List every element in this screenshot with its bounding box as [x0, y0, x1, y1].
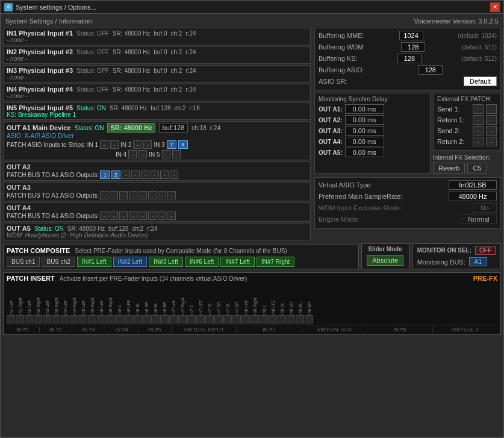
- c5-button[interactable]: C5: [467, 163, 487, 174]
- pi-ch-btn-in8bl[interactable]: [296, 315, 304, 324]
- pi-ch-btn-in8br[interactable]: [305, 315, 313, 324]
- pi-ch-btn-in1r[interactable]: [16, 315, 24, 324]
- out-a2-btn6[interactable]: -: [151, 171, 159, 179]
- pi-ch-btn-in6sl[interactable]: [133, 315, 142, 324]
- pc-in7-right[interactable]: IN#7 Right: [257, 257, 294, 267]
- pi-ch-btn-in6br[interactable]: [160, 315, 169, 324]
- out-a3-btn6[interactable]: -: [148, 191, 157, 199]
- send2-btn2[interactable]: -: [486, 126, 497, 136]
- pi-ch-btn-in6r[interactable]: [106, 315, 114, 324]
- pi-ch-btn-in6sr[interactable]: [142, 315, 151, 324]
- pc-in7-left[interactable]: IN#7 Left: [220, 257, 255, 267]
- out-a4-btn1[interactable]: -: [100, 211, 108, 220]
- out-a4-btn6[interactable]: -: [148, 211, 157, 220]
- out-a2-btn4[interactable]: -: [131, 171, 140, 179]
- pi-ch-btn-in4l[interactable]: [61, 315, 69, 324]
- in2-name: IN2 Physical Input #2: [7, 48, 73, 55]
- pi-ch-btn-in6bl[interactable]: [151, 315, 160, 324]
- pi-ch-btn-in1l[interactable]: [7, 315, 15, 324]
- in3-patch-btn2[interactable]: 8: [178, 140, 188, 149]
- in1-patch-btn1[interactable]: -: [100, 140, 108, 149]
- pi-ch-btn-in7lfe[interactable]: [196, 315, 205, 324]
- return2-btn2[interactable]: -: [486, 137, 497, 146]
- monitor-a1-button[interactable]: A1: [469, 257, 487, 266]
- monitor-off-button[interactable]: OFF: [475, 246, 496, 255]
- pc-in3-left[interactable]: IN#3 Left: [149, 257, 183, 267]
- out-a4-btn8[interactable]: -: [167, 211, 176, 220]
- pi-ch-btn-in5l[interactable]: [79, 315, 87, 324]
- out-a3-btn8[interactable]: -: [167, 191, 176, 199]
- pi-ch-btn-in3r[interactable]: [52, 315, 60, 324]
- pi-ch-btn-in7sr[interactable]: [214, 315, 223, 324]
- pi-ch-btn-in2r[interactable]: [34, 315, 42, 324]
- pc-in1-left[interactable]: IN#1 Left: [77, 257, 111, 267]
- pc-in6-left[interactable]: IN#6 Left: [185, 257, 219, 267]
- in2-patch-btn2[interactable]: -: [143, 140, 152, 149]
- out-a3-btn7[interactable]: -: [158, 191, 166, 199]
- send1-btn2[interactable]: -: [486, 104, 497, 114]
- out-a2-btn8[interactable]: -: [170, 171, 178, 179]
- mon-a4-label: OUT A4:: [319, 139, 343, 145]
- buf-mme-value: 1024: [399, 31, 423, 40]
- pi-ch-btn-in8c[interactable]: [260, 315, 268, 324]
- send1-btn1[interactable]: -: [473, 104, 484, 114]
- pi-ch-btn-in7bl[interactable]: [223, 315, 232, 324]
- in4-patch-btn1[interactable]: -: [128, 150, 137, 158]
- out-a2-btn2[interactable]: 2: [111, 171, 120, 179]
- pi-ch-btn-in8l[interactable]: [241, 315, 250, 324]
- in4-r: r:24: [185, 86, 196, 93]
- send2-btn1[interactable]: -: [473, 126, 484, 136]
- pi-ch-btn-in5r[interactable]: [88, 315, 96, 324]
- return2-row: Return 2: - -: [437, 137, 497, 146]
- in1-patch-btn2[interactable]: -: [110, 140, 119, 149]
- out-a4-btn7[interactable]: -: [158, 211, 166, 220]
- in3-patch-btn1[interactable]: 7: [167, 140, 176, 149]
- out-a2-btn5[interactable]: -: [141, 171, 149, 179]
- pi-ch-btn-in7sl[interactable]: [205, 315, 214, 324]
- return1-btn1[interactable]: -: [473, 115, 484, 125]
- pi-ch-in7sl: in7 SL: [205, 284, 214, 324]
- out-a2-btn3[interactable]: -: [122, 171, 130, 179]
- out-a4-btn2[interactable]: -: [110, 211, 118, 220]
- pi-ch-btn-in8sl[interactable]: [278, 315, 286, 324]
- return2-btn1[interactable]: -: [473, 137, 484, 146]
- return1-btn2[interactable]: -: [486, 115, 497, 125]
- close-button[interactable]: ✕: [490, 2, 500, 12]
- pi-ch-btn-in7l[interactable]: [169, 315, 178, 324]
- in3-buf: buf:0: [154, 67, 167, 74]
- out-a4-btn5[interactable]: -: [138, 211, 147, 220]
- pi-ch-btn-in2l[interactable]: [25, 315, 33, 324]
- pi-ch-btn-in6l[interactable]: [97, 315, 105, 324]
- pc-bus-ch1[interactable]: BUS ch1: [7, 257, 40, 267]
- reverb-button[interactable]: Reverb: [433, 163, 465, 174]
- in4-patch-btn2[interactable]: -: [138, 150, 147, 158]
- pi-ch-btn-in3l[interactable]: [43, 315, 51, 324]
- in5-patch-btn2[interactable]: -: [172, 150, 181, 158]
- mon-a2-label: OUT A2:: [319, 117, 343, 124]
- pi-ch-btn-in6lfe[interactable]: [124, 315, 132, 324]
- pi-ch-btn-in6c[interactable]: [115, 315, 123, 324]
- in2-patch-btn1[interactable]: -: [133, 140, 142, 149]
- out-a3-btn3[interactable]: -: [119, 191, 128, 199]
- in5-patch-btn1[interactable]: -: [162, 150, 170, 158]
- pi-ch-btn-in8sr[interactable]: [287, 315, 295, 324]
- pi-ch-btn-in7c[interactable]: [187, 315, 196, 324]
- pi-ch-btn-in7br[interactable]: [232, 315, 241, 324]
- pc-bus-ch2[interactable]: BUS ch2: [42, 257, 75, 267]
- pi-ch-btn-in4r[interactable]: [70, 315, 78, 324]
- out-a2-btn7[interactable]: -: [160, 171, 169, 179]
- out-a2-btn1[interactable]: 1: [100, 171, 110, 179]
- absolute-button[interactable]: Absolute: [367, 255, 403, 266]
- out-a3-btn5[interactable]: -: [138, 191, 147, 199]
- pi-ch-btn-in7r[interactable]: [178, 315, 187, 324]
- out-a4-btn3[interactable]: -: [119, 211, 128, 220]
- pc-in2-left[interactable]: IN#2 Left: [113, 257, 148, 267]
- in3-name: IN3 Physical Input #3: [7, 67, 73, 74]
- out-a3-btn2[interactable]: -: [110, 191, 118, 199]
- pi-ch-btn-in8lfe[interactable]: [269, 315, 277, 324]
- out-a3-btn4[interactable]: -: [129, 191, 137, 199]
- pi-ch-btn-in8r[interactable]: [250, 315, 259, 324]
- out-a4-btn4[interactable]: -: [129, 211, 137, 220]
- out-a3-btn1[interactable]: -: [100, 191, 108, 199]
- pi-ch-label-in7c: in7 C: [190, 284, 194, 314]
